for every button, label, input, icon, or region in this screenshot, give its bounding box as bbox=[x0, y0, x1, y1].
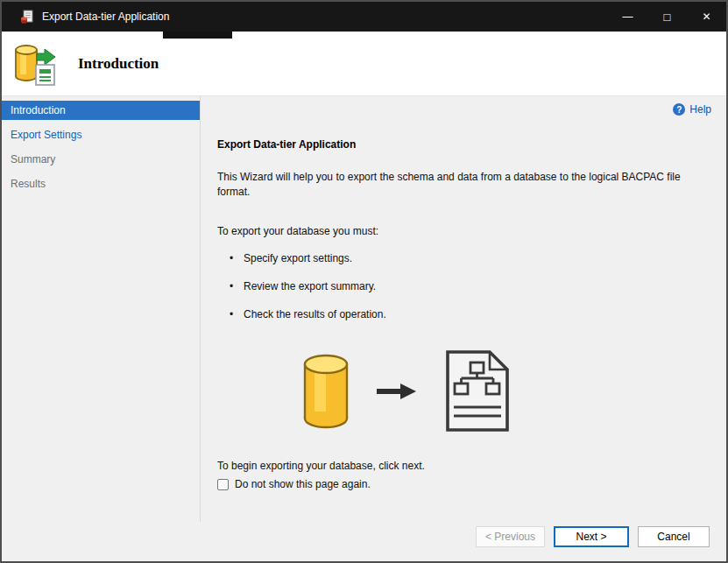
wizard-header: Introduction bbox=[2, 32, 726, 96]
page-content: Export Data-tier Application This Wizard… bbox=[201, 96, 726, 490]
wizard-body: Introduction Export Settings Summary Res… bbox=[2, 96, 726, 522]
list-item: Check the results of operation. bbox=[230, 308, 709, 320]
wizard-window: Export Data-tier Application — □ ✕ Intro… bbox=[0, 0, 728, 563]
app-icon bbox=[20, 10, 34, 24]
previous-button: < Previous bbox=[476, 526, 545, 547]
intro-paragraph: This Wizard will help you to export the … bbox=[217, 170, 709, 200]
dont-show-checkbox[interactable] bbox=[217, 479, 229, 490]
sidebar-item-summary: Summary bbox=[2, 150, 200, 169]
help-link[interactable]: ? Help bbox=[673, 103, 711, 116]
list-item: Review the export summary. bbox=[230, 280, 709, 292]
help-label: Help bbox=[689, 103, 711, 116]
wizard-main-panel: ? Help Export Data-tier Application This… bbox=[201, 96, 726, 522]
begin-text: To begin exporting your database, click … bbox=[217, 460, 709, 472]
sidebar-item-results: Results bbox=[2, 174, 200, 194]
wizard-footer: < Previous Next > Cancel bbox=[2, 522, 726, 561]
sidebar-item-export-settings[interactable]: Export Settings bbox=[2, 125, 200, 144]
sidebar-item-introduction[interactable]: Introduction bbox=[2, 101, 200, 120]
arrow-right-icon bbox=[377, 381, 417, 402]
export-dac-wizard-icon bbox=[14, 42, 56, 86]
page-title: Introduction bbox=[78, 55, 159, 73]
requirements-list: Specify export settings. Review the expo… bbox=[217, 252, 709, 320]
bacpac-document-icon bbox=[444, 348, 511, 433]
maximize-button[interactable]: □ bbox=[647, 2, 687, 32]
titlebar: Export Data-tier Application — □ ✕ bbox=[2, 2, 726, 32]
dont-show-label: Do not show this page again. bbox=[235, 478, 371, 490]
list-item: Specify export settings. bbox=[230, 252, 709, 264]
wizard-steps-sidebar: Introduction Export Settings Summary Res… bbox=[2, 96, 201, 522]
dark-strip-artifact bbox=[163, 32, 232, 39]
window-title: Export Data-tier Application bbox=[42, 11, 169, 23]
requirements-label: To export your database you must: bbox=[217, 225, 709, 237]
export-illustration bbox=[302, 348, 709, 433]
dont-show-row: Do not show this page again. bbox=[217, 478, 709, 490]
minimize-button[interactable]: — bbox=[608, 2, 647, 32]
database-cylinder-icon bbox=[302, 353, 350, 430]
content-heading: Export Data-tier Application bbox=[217, 138, 709, 151]
close-button[interactable]: ✕ bbox=[687, 2, 726, 32]
next-button[interactable]: Next > bbox=[554, 526, 629, 547]
cancel-button[interactable]: Cancel bbox=[638, 526, 710, 547]
help-icon: ? bbox=[673, 103, 685, 116]
